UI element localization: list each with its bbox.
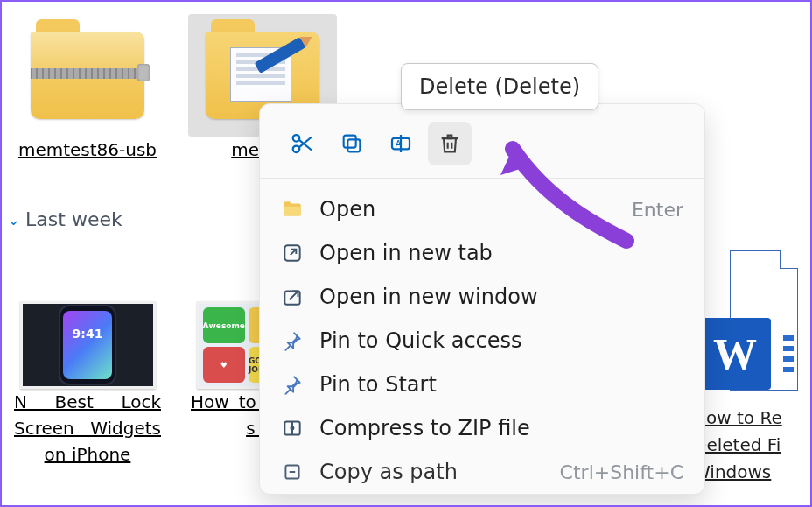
word-badge: W xyxy=(699,318,771,390)
delete-button[interactable] xyxy=(428,122,472,165)
file-item-lock-screen[interactable]: 9:41 N Best Lock Screen Widgets on iPhon… xyxy=(9,301,166,468)
file-label: N Best Lock Screen Widgets on iPhone xyxy=(9,389,166,468)
cut-button[interactable] xyxy=(281,122,325,165)
menu-item-copy-as-path[interactable]: Copy as path Ctrl+Shift+C xyxy=(260,450,704,494)
menu-item-open[interactable]: Open Enter xyxy=(260,187,704,231)
chevron-down-icon: ⌄ xyxy=(7,210,20,229)
menu-item-label: Open in new window xyxy=(319,285,538,309)
group-label: Last week xyxy=(25,208,122,230)
thumbnail-icon: 9:41 xyxy=(20,301,156,389)
zip-folder-icon xyxy=(13,14,162,137)
svg-rect-11 xyxy=(284,207,301,216)
zip-icon xyxy=(281,417,304,440)
menu-item-label: Pin to Quick access xyxy=(319,328,522,353)
menu-item-hint: Ctrl+Shift+C xyxy=(560,461,683,483)
context-menu: A Open Enter Open in new tab Open in new… xyxy=(259,103,705,495)
file-label: memtest86-usb xyxy=(13,137,162,163)
copy-path-icon xyxy=(281,461,304,483)
tooltip-delete: Delete (Delete) xyxy=(401,63,598,110)
menu-item-compress-zip[interactable]: Compress to ZIP file xyxy=(260,406,704,450)
word-document-icon[interactable]: W xyxy=(730,250,798,391)
svg-rect-5 xyxy=(344,136,356,148)
trash-icon xyxy=(438,131,462,156)
menu-item-pin-quick-access[interactable]: Pin to Quick access xyxy=(260,319,704,363)
file-item-memtest-usb[interactable]: memtest86-usb xyxy=(9,14,166,163)
rename-icon: A xyxy=(388,130,414,157)
pin-icon xyxy=(281,373,304,396)
tooltip-text: Delete (Delete) xyxy=(419,74,580,99)
scissors-icon xyxy=(290,130,316,157)
menu-item-label: Open in new tab xyxy=(319,241,493,265)
svg-rect-4 xyxy=(347,139,360,151)
menu-item-open-new-window[interactable]: Open in new window xyxy=(260,275,704,319)
context-menu-items: Open Enter Open in new tab Open in new w… xyxy=(260,179,704,494)
folder-icon xyxy=(281,198,304,221)
menu-item-label: Open xyxy=(319,197,375,222)
copy-icon xyxy=(340,131,364,156)
menu-item-open-new-tab[interactable]: Open in new tab xyxy=(260,231,704,275)
menu-item-pin-start[interactable]: Pin to Start xyxy=(260,363,704,406)
menu-item-hint: Enter xyxy=(632,199,683,221)
svg-text:A: A xyxy=(396,139,402,149)
group-header-last-week[interactable]: ⌄ Last week xyxy=(7,208,122,230)
menu-item-label: Pin to Start xyxy=(319,372,437,397)
open-window-icon xyxy=(281,285,304,308)
rename-button[interactable]: A xyxy=(379,122,423,165)
pin-icon xyxy=(281,329,304,352)
context-menu-actions: A xyxy=(260,104,704,179)
file-label-word: How to Re Deleted Fi Windows xyxy=(693,405,798,486)
menu-item-label: Compress to ZIP file xyxy=(319,416,530,440)
open-tab-icon xyxy=(281,242,304,264)
phone-time: 9:41 xyxy=(63,327,112,341)
copy-button[interactable] xyxy=(330,122,374,165)
menu-item-label: Copy as path xyxy=(319,460,458,484)
svg-point-16 xyxy=(290,426,293,429)
